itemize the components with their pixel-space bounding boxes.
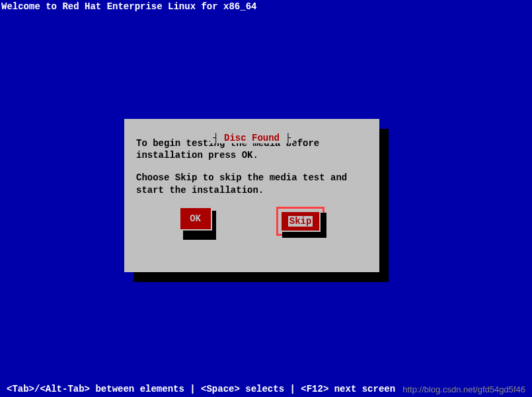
page-title: Welcome to Red Hat Enterprise Linux for … — [1, 1, 256, 12]
skip-button-wrap: Skip — [276, 207, 325, 236]
skip-button-label: Skip — [288, 216, 313, 227]
footer: <Tab>/<Alt-Tab> between elements | <Spac… — [7, 384, 525, 394]
ok-button-label: OK — [190, 213, 201, 224]
dialog-button-row: OK Skip — [136, 207, 367, 236]
skip-button[interactable]: Skip — [280, 211, 321, 232]
disc-found-dialog: Disc Found To begin testing the media be… — [124, 119, 379, 272]
ok-button-wrap: OK — [179, 207, 212, 236]
watermark: http://blog.csdn.net/gfd54gd5f46 — [402, 384, 525, 394]
footer-help: <Tab>/<Alt-Tab> between elements | <Spac… — [7, 384, 395, 394]
dialog-message: To begin testing the media before instal… — [136, 137, 367, 196]
dialog-title: Disc Found — [210, 133, 293, 143]
ok-button[interactable]: OK — [179, 207, 212, 231]
dialog-text-line2: Choose Skip to skip the media test and s… — [136, 172, 367, 196]
